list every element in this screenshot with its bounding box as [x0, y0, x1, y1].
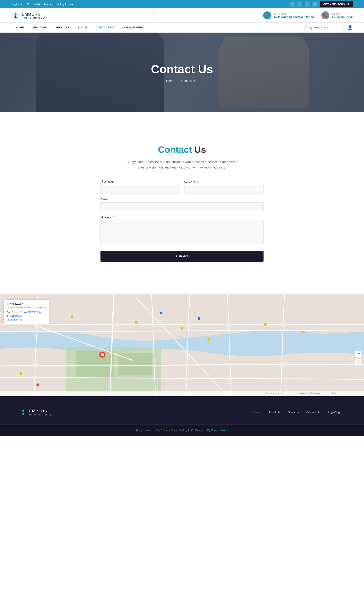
contact-form: First Name Last Name Email * Message * [101, 180, 263, 262]
email-input[interactable] [101, 202, 263, 211]
footer-nav-services[interactable]: Services [288, 411, 299, 414]
contact-section: Contact Us An eye care professional is a… [0, 112, 364, 294]
nav-item-login[interactable]: LOGIN/SIGNUP [118, 22, 147, 32]
linkedin-icon[interactable]: in [305, 1, 310, 7]
svg-line-11 [0, 364, 364, 366]
first-name-label: First Name [101, 180, 180, 183]
hero-section: Contact Us Home / Contact Us [0, 33, 364, 112]
breadcrumb-home[interactable]: Home [166, 79, 174, 82]
svg-point-27 [20, 372, 22, 375]
google-icon[interactable]: G [312, 1, 318, 7]
search-box[interactable]: 🔍 [305, 24, 344, 31]
top-bar-left: English ▾ ✉ info@embersnursestaffingllc.… [11, 3, 73, 6]
svg-point-22 [207, 338, 210, 341]
message-label: Message * [101, 215, 263, 219]
message-group: Message * [101, 215, 263, 245]
map-place-address: Av. Gustave Eiffel, 75007 Paris, France [7, 306, 46, 309]
top-bar: English ▾ ✉ info@embersnursestaffingllc.… [0, 0, 364, 8]
footer-nav-about[interactable]: About Us [268, 411, 280, 414]
chevron-down-icon: ▾ [21, 3, 22, 6]
svg-text:Map data ©2024 Google: Map data ©2024 Google [298, 392, 320, 394]
nav-item-contact[interactable]: CONTACT US [92, 22, 118, 32]
email-icon: ✉ [27, 3, 29, 6]
last-name-group: Last Name [184, 180, 263, 193]
rating-stars: ★★★★★ [11, 311, 23, 313]
svg-rect-5 [118, 353, 152, 375]
nav-item-services[interactable]: SERVICES [51, 22, 74, 32]
svg-line-7 [0, 330, 364, 332]
phone-info: 📞 Call Us +1123-456-7890 [321, 11, 353, 19]
section-description: An eye care professional is an individua… [125, 159, 239, 170]
footer-logo-inner: EMBERS Nurse Staffing LLC [19, 408, 54, 417]
nav-item-home[interactable]: HOME [11, 22, 28, 32]
rating-value: 4.7 [7, 311, 10, 313]
map-place-name: Eiffel Tower [7, 302, 46, 306]
nav-item-about[interactable]: ABOUT US [28, 22, 51, 32]
message-input[interactable] [101, 220, 263, 245]
language-selector[interactable]: English ▾ [11, 3, 22, 6]
email-group: Email * [101, 198, 263, 211]
footer-logo-icon [19, 408, 27, 417]
search-input[interactable] [314, 26, 341, 29]
svg-text:−: − [358, 359, 360, 363]
footer-nav-login[interactable]: Login/SignUp [328, 411, 345, 414]
first-name-input[interactable] [101, 185, 180, 193]
view-larger-map-link[interactable]: View larger map [7, 318, 46, 321]
footer-bottom: All rights reserved by Embers Nurse Staf… [0, 424, 364, 436]
svg-text:+: + [358, 351, 360, 356]
breadcrumb-current: Contact Us [181, 79, 196, 82]
svg-point-26 [36, 383, 40, 386]
svg-marker-39 [22, 412, 24, 414]
logo[interactable]: EMBERS Nurse Staffing LLC [11, 11, 46, 20]
footer-nav: Home About Us Services Contact Us Login/… [253, 411, 345, 414]
svg-point-23 [264, 323, 267, 326]
title-blue: Contact [158, 145, 192, 155]
svg-point-28 [160, 311, 162, 314]
user-icon[interactable]: 👤 [347, 25, 353, 30]
svg-point-21 [181, 327, 183, 330]
email-label: Email * [101, 198, 263, 201]
phone-icon: 📞 [321, 11, 329, 19]
directions-label: Directions [10, 314, 22, 317]
designer-link[interactable]: Zonewebsites [211, 429, 229, 432]
address-value: 4330 Woodside Circle, Florida [273, 15, 314, 18]
header-divider [154, 11, 155, 20]
copyright-text: All rights reserved by Embers Nurse Staf… [135, 429, 211, 432]
last-name-label: Last Name [184, 180, 263, 183]
email-row: Email * [101, 198, 263, 211]
email-link[interactable]: info@embersnursestaffingllc.com [34, 3, 73, 6]
logo-icon [11, 11, 20, 20]
svg-point-20 [135, 321, 138, 324]
breadcrumb: Home / Contact Us [151, 79, 213, 83]
title-rest: Us [194, 145, 206, 155]
mentorship-button[interactable]: GET A MENTORSHIP [320, 1, 353, 7]
last-name-input[interactable] [184, 185, 263, 193]
section-title: Contact Us [80, 144, 284, 155]
nav-item-blogs[interactable]: BLOGS [74, 22, 92, 32]
contact-content: Contact Us An eye care professional is a… [68, 129, 296, 277]
header-info: 📍 Our Address 4330 Woodside Circle, Flor… [263, 11, 353, 19]
svg-point-19 [101, 353, 104, 356]
svg-point-25 [71, 315, 73, 318]
address-label: Our Address [273, 12, 314, 15]
hero-title: Contact Us [151, 62, 213, 76]
logo-sub: Nurse Staffing LLC [22, 17, 46, 19]
language-label: English [11, 3, 20, 6]
directions-icon: ➤ [7, 314, 9, 317]
address-text: Our Address 4330 Woodside Circle, Florid… [273, 12, 314, 18]
footer-main: EMBERS Nurse Staffing LLC Home About Us … [0, 396, 364, 424]
breadcrumb-separator: / [177, 79, 178, 82]
twitter-icon[interactable]: t [297, 1, 302, 7]
phone-text: Call Us +1123-456-7890 [332, 12, 353, 18]
logo-brand: EMBERS [22, 12, 46, 17]
svg-point-29 [198, 317, 200, 320]
facebook-icon[interactable]: f [290, 1, 295, 7]
footer-logo: EMBERS Nurse Staffing LLC [19, 408, 54, 417]
footer-nav-contact[interactable]: Contact Us [306, 411, 320, 414]
footer-nav-home[interactable]: Home [253, 411, 261, 414]
footer-sub: Nurse Staffing LLC [29, 414, 54, 416]
phone-label: Call Us [332, 12, 353, 15]
directions-button[interactable]: ➤ Directions [7, 314, 22, 317]
svg-point-24 [302, 331, 305, 333]
submit-button[interactable]: SUBMIT [101, 251, 263, 262]
